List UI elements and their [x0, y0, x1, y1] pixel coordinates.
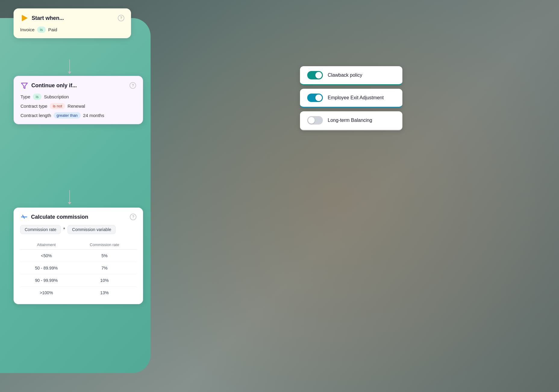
rate-cell-1: 5% — [73, 250, 136, 262]
type-label: Type — [20, 94, 30, 99]
table-row: 90 - 99.99% 10% — [20, 274, 136, 287]
renewal-label: Renewal — [67, 103, 85, 109]
is-not-badge: is not — [50, 103, 65, 109]
arrow-line-1 — [69, 60, 70, 72]
attainment-cell-1: <50% — [20, 250, 73, 262]
formula-right-chip[interactable]: Commission variable — [67, 225, 116, 234]
arrow-head-1 — [68, 72, 71, 74]
table-row: <50% 5% — [20, 250, 136, 262]
toggle-panel: Clawback policy Employee Exit Adjustment… — [300, 66, 402, 130]
continue-only-if-card: Continue only if... ? Type is Subscripti… — [14, 76, 143, 124]
continue-help[interactable]: ? — [130, 82, 136, 89]
continue-header: Continue only if... ? — [20, 82, 136, 89]
calculate-icon — [20, 213, 28, 221]
rate-cell-4: 13% — [73, 287, 136, 299]
paid-label: Paid — [48, 27, 57, 32]
ui-container: Start when... ? Invoice is Paid Continue… — [0, 0, 559, 392]
commission-rate-column-header: Commission rate — [73, 240, 136, 250]
greater-than-badge: greater than — [54, 112, 81, 119]
start-when-title: Start when... — [32, 15, 64, 21]
play-icon — [20, 14, 29, 22]
clawback-policy-label: Clawback policy — [328, 73, 362, 78]
formula-left-chip[interactable]: Commission rate — [20, 225, 61, 234]
attainment-column-header: Attainment — [20, 240, 73, 250]
attainment-cell-2: 50 - 89.99% — [20, 262, 73, 274]
start-when-body: Invoice is Paid — [20, 26, 124, 33]
contract-type-label: Contract type — [20, 103, 47, 109]
calculate-help[interactable]: ? — [130, 214, 136, 220]
continue-header-left: Continue only if... — [20, 82, 77, 89]
contract-length-label: Contract length — [20, 113, 51, 118]
long-term-toggle-track — [307, 116, 323, 125]
employee-exit-toggle-thumb — [315, 94, 322, 101]
employee-exit-toggle[interactable] — [307, 94, 323, 102]
long-term-balancing-card: Long-term Balancing — [300, 111, 402, 130]
rate-cell-3: 10% — [73, 274, 136, 287]
table-row: 50 - 89.99% 7% — [20, 262, 136, 274]
type-operator-badge: is — [33, 94, 42, 100]
condition-row-contract-length: Contract length greater than 24 months — [20, 112, 136, 119]
long-term-toggle[interactable] — [307, 116, 323, 125]
start-when-card: Start when... ? Invoice is Paid — [14, 8, 131, 38]
employee-exit-label: Employee Exit Adjustment — [328, 95, 384, 100]
arrow-head-2 — [68, 202, 71, 205]
commission-table-body: <50% 5% 50 - 89.99% 7% 90 - 99.99% 10% >… — [20, 250, 136, 299]
start-when-header: Start when... ? — [20, 14, 124, 22]
clawback-policy-card: Clawback policy — [300, 66, 402, 85]
arrow-line-2 — [69, 190, 70, 202]
start-when-help[interactable]: ? — [118, 15, 124, 21]
commission-table-head: Attainment Commission rate — [20, 240, 136, 250]
attainment-cell-4: >100% — [20, 287, 73, 299]
subscription-label: Subscription — [44, 94, 69, 99]
long-term-balancing-label: Long-term Balancing — [328, 118, 372, 123]
commission-table-header-row: Attainment Commission rate — [20, 240, 136, 250]
24-months-label: 24 months — [83, 113, 104, 118]
formula-row: Commission rate * Commission variable — [20, 225, 136, 234]
clawback-toggle[interactable] — [307, 71, 323, 79]
attainment-cell-3: 90 - 99.99% — [20, 274, 73, 287]
employee-exit-card: Employee Exit Adjustment — [300, 89, 402, 108]
svg-marker-0 — [22, 15, 27, 21]
clawback-toggle-track — [307, 71, 323, 79]
employee-exit-toggle-track — [307, 94, 323, 102]
calculate-header: Calculate commission ? — [20, 213, 136, 221]
is-badge: is — [37, 26, 46, 33]
arrow-connector-2 — [68, 190, 71, 205]
continue-title: Continue only if... — [31, 82, 77, 89]
table-row: >100% 13% — [20, 287, 136, 299]
calculate-title: Calculate commission — [31, 214, 88, 220]
formula-operator: * — [63, 227, 65, 232]
clawback-toggle-thumb — [315, 72, 322, 79]
rate-cell-2: 7% — [73, 262, 136, 274]
calculate-header-left: Calculate commission — [20, 213, 88, 221]
condition-row-contract-type: Contract type is not Renewal — [20, 103, 136, 109]
calculate-commission-card: Calculate commission ? Commission rate *… — [14, 208, 143, 304]
commission-table: Attainment Commission rate <50% 5% 50 - … — [20, 240, 136, 299]
start-when-header-left: Start when... — [20, 14, 64, 22]
long-term-toggle-thumb — [308, 117, 315, 124]
filter-icon — [20, 82, 28, 89]
condition-row-type: Type is Subscription — [20, 94, 136, 100]
arrow-connector-1 — [68, 60, 71, 74]
invoice-label: Invoice — [20, 27, 35, 32]
